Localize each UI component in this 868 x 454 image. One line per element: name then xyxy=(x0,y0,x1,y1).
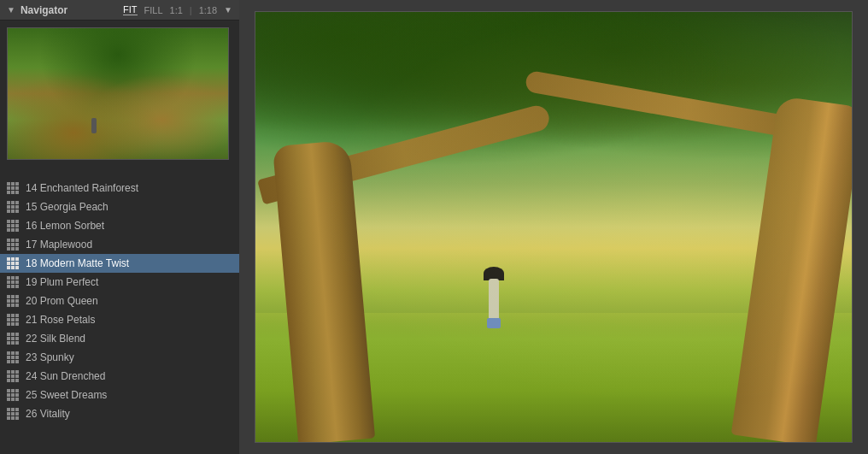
preset-item-20[interactable]: 20 Prom Queen xyxy=(0,292,239,310)
preset-item-14[interactable]: 14 Enchanted Rainforest xyxy=(0,179,239,198)
preset-label: 22 Silk Blend xyxy=(26,333,85,345)
preset-grid-icon xyxy=(7,389,19,401)
navigator-collapse-icon[interactable]: ▼ xyxy=(7,5,15,15)
preset-label: 17 Maplewood xyxy=(26,239,92,251)
fill-button[interactable]: FILL xyxy=(144,5,163,15)
navigator-header: ▼ Navigator FIT FILL 1:1 | 1:18 ▼ xyxy=(0,0,239,21)
preset-grid-icon xyxy=(7,333,19,345)
preset-item-24[interactable]: 24 Sun Drenched xyxy=(0,367,239,386)
preset-item-18[interactable]: 18 Modern Matte Twist xyxy=(0,254,239,273)
preset-grid-icon xyxy=(7,370,19,382)
preset-label: 21 Rose Petals xyxy=(26,314,95,326)
main-image-area xyxy=(239,0,868,454)
preset-label: 14 Enchanted Rainforest xyxy=(26,182,138,194)
navigator-title-group: ▼ Navigator xyxy=(7,4,67,16)
preset-grid-icon xyxy=(7,276,19,288)
navigator-controls: FIT FILL 1:1 | 1:18 ▼ xyxy=(123,4,232,15)
zoom-button[interactable]: 1:18 xyxy=(199,5,217,15)
main-photo xyxy=(255,11,853,443)
preset-item-15[interactable]: 15 Georgia Peach xyxy=(0,198,239,216)
presets-spacer xyxy=(0,167,239,179)
zoom-dropdown-icon[interactable]: ▼ xyxy=(224,5,232,15)
preset-grid-icon xyxy=(7,239,19,251)
preset-grid-icon xyxy=(7,182,19,194)
preset-label: 23 Spunky xyxy=(26,351,74,363)
preset-item-16[interactable]: 16 Lemon Sorbet xyxy=(0,216,239,235)
navigator-title: Navigator xyxy=(21,4,67,16)
preset-item-22[interactable]: 22 Silk Blend xyxy=(0,329,239,348)
navigator-preview xyxy=(0,21,239,167)
preset-grid-icon xyxy=(7,295,19,307)
preset-grid-icon xyxy=(7,351,19,363)
preset-label: 24 Sun Drenched xyxy=(26,370,105,382)
left-panel: ▼ Navigator FIT FILL 1:1 | 1:18 ▼ 14 Enc… xyxy=(0,0,239,454)
preset-list: 14 Enchanted Rainforest15 Georgia Peach1… xyxy=(0,179,239,454)
preset-item-23[interactable]: 23 Spunky xyxy=(0,348,239,367)
ratio-1-1-button[interactable]: 1:1 xyxy=(170,5,183,15)
preset-item-25[interactable]: 25 Sweet Dreams xyxy=(0,386,239,404)
preset-grid-icon xyxy=(7,314,19,326)
preset-grid-icon xyxy=(7,201,19,213)
preview-figure xyxy=(91,118,97,133)
preset-item-21[interactable]: 21 Rose Petals xyxy=(0,310,239,329)
preset-label: 18 Modern Matte Twist xyxy=(26,257,129,269)
preview-thumbnail xyxy=(7,27,229,160)
preset-grid-icon xyxy=(7,257,19,269)
fit-button[interactable]: FIT xyxy=(123,4,138,15)
preset-label: 16 Lemon Sorbet xyxy=(26,220,104,232)
preset-label: 19 Plum Perfect xyxy=(26,276,98,288)
photo-sunlight-overlay xyxy=(255,12,852,442)
preset-label: 25 Sweet Dreams xyxy=(26,389,107,401)
preset-item-19[interactable]: 19 Plum Perfect xyxy=(0,273,239,292)
nav-separator: | xyxy=(190,5,192,15)
preset-item-26[interactable]: 26 Vitality xyxy=(0,404,239,423)
preset-grid-icon xyxy=(7,220,19,232)
preset-label: 26 Vitality xyxy=(26,408,70,420)
preset-label: 15 Georgia Peach xyxy=(26,201,108,213)
preset-grid-icon xyxy=(7,408,19,420)
preset-label: 20 Prom Queen xyxy=(26,295,98,307)
preset-item-17[interactable]: 17 Maplewood xyxy=(0,235,239,254)
